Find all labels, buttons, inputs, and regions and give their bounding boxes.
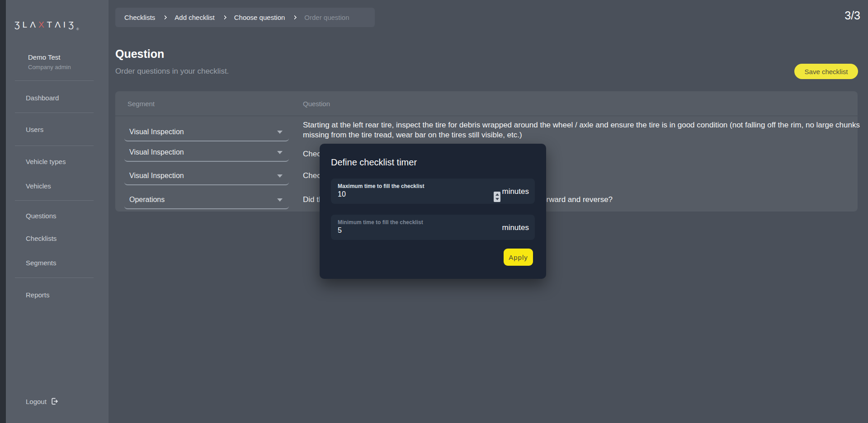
registered-mark: ®	[76, 27, 79, 31]
breadcrumb-add-checklist[interactable]: Add checklist	[175, 14, 214, 21]
chevron-right-icon	[163, 15, 167, 20]
max-time-input[interactable]	[338, 190, 464, 198]
table-row: Visual Inspection Starting at the left r…	[115, 116, 858, 144]
segment-select-value: Visual Inspection	[129, 128, 277, 136]
table-header: Segment Question	[115, 91, 858, 116]
breadcrumb-choose-question[interactable]: Choose question	[234, 14, 285, 21]
breadcrumb-order-question: Order question	[304, 14, 349, 21]
segment-select-value: Operations	[129, 196, 277, 204]
segment-column-header: Segment	[127, 100, 155, 108]
logout-button[interactable]: Logout	[26, 398, 58, 405]
segment-select-value: Visual Inspection	[129, 148, 277, 156]
max-time-unit: minutes	[502, 187, 529, 196]
min-time-field: Minimum time to fill the checklist minut…	[331, 215, 535, 240]
logout-icon	[51, 398, 58, 405]
divider	[15, 113, 94, 113]
user-block: Demo Test Company admin	[28, 53, 71, 70]
chevron-down-icon	[277, 151, 283, 154]
segment-select[interactable]: Visual Inspection	[124, 145, 289, 162]
user-name: Demo Test	[28, 53, 71, 61]
modal-title: Define checklist timer	[331, 157, 417, 168]
segment-select[interactable]: Visual Inspection	[124, 168, 289, 185]
max-time-label: Maximum time to fill the checklist	[338, 183, 424, 189]
spinner-down-icon[interactable]	[495, 198, 499, 200]
sidebar: ƷLΛXTΛIƷ® Demo Test Company admin Dashbo…	[6, 0, 108, 423]
logo-letters: ƷLΛ	[14, 20, 38, 29]
max-time-field: Maximum time to fill the checklist minut…	[331, 179, 535, 204]
logout-label: Logout	[26, 398, 47, 405]
logo-x-letter: X	[38, 20, 47, 29]
apply-button[interactable]: Apply	[504, 249, 533, 266]
sidebar-item-segments[interactable]: Segments	[26, 259, 57, 267]
segment-select-value: Visual Inspection	[129, 172, 277, 180]
define-checklist-timer-modal: Define checklist timer Maximum time to f…	[320, 144, 546, 279]
breadcrumb-checklists[interactable]: Checklists	[124, 14, 155, 21]
number-spinner[interactable]	[494, 192, 500, 202]
divider	[15, 146, 94, 146]
chevron-right-icon	[222, 15, 226, 20]
min-time-label: Minimum time to fill the checklist	[338, 219, 423, 226]
sidebar-item-vehicles[interactable]: Vehicles	[26, 182, 51, 190]
sidebar-item-questions[interactable]: Questions	[26, 212, 57, 220]
divider	[15, 80, 94, 81]
min-time-unit: minutes	[502, 223, 529, 232]
divider	[15, 277, 94, 278]
breadcrumb: Checklists Add checklist Choose question…	[115, 8, 375, 27]
left-rail	[0, 0, 6, 423]
chevron-right-icon	[292, 15, 297, 20]
segment-select[interactable]: Operations	[124, 192, 289, 209]
chevron-down-icon	[277, 198, 283, 202]
logo-letters: TΛIƷ	[47, 20, 76, 29]
min-time-input[interactable]	[338, 226, 464, 235]
blaxtair-logo: ƷLΛXTΛIƷ®	[14, 20, 79, 31]
page-subtitle: Order questions in your checklist.	[115, 67, 229, 76]
sidebar-item-reports[interactable]: Reports	[26, 291, 50, 299]
question-text: Starting at the left rear tire, inspect …	[303, 120, 861, 140]
step-indicator: 3/3	[844, 9, 860, 22]
save-checklist-button[interactable]: Save checklist	[794, 64, 858, 79]
chevron-down-icon	[277, 174, 283, 178]
segment-select[interactable]: Visual Inspection	[124, 124, 289, 141]
sidebar-item-checklists[interactable]: Checklists	[26, 235, 57, 242]
user-role: Company admin	[28, 64, 71, 70]
divider	[15, 200, 94, 201]
sidebar-item-users[interactable]: Users	[26, 126, 43, 133]
sidebar-item-dashboard[interactable]: Dashboard	[26, 94, 59, 102]
question-column-header: Question	[303, 100, 330, 108]
page-title: Question	[115, 47, 164, 61]
spinner-up-icon[interactable]	[495, 193, 499, 196]
sidebar-item-vehicle-types[interactable]: Vehicle types	[26, 158, 66, 165]
chevron-down-icon	[277, 131, 283, 134]
